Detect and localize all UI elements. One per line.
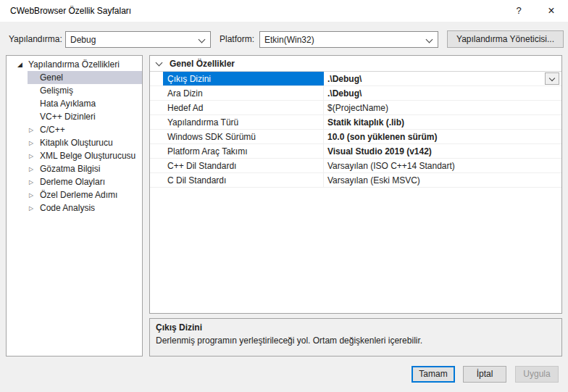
tree-item-geli-mi[interactable]: Gelişmiş: [7, 84, 142, 97]
property-value[interactable]: 10.0 (son yüklenen sürüm): [324, 130, 561, 143]
chevron-down-icon: [549, 75, 555, 81]
row-gutter: [150, 144, 163, 158]
expanded-triangle-icon[interactable]: ◢: [16, 61, 28, 68]
tree-indent: [7, 123, 28, 136]
tree-item-hata-ay-klama[interactable]: Hata Ayıklama: [7, 97, 142, 110]
collapsed-triangle-icon[interactable]: ▷: [28, 153, 40, 159]
tree-item-label: Gelişmiş: [40, 84, 73, 97]
tree-item-label: Derleme Olayları: [40, 175, 105, 188]
collapsed-triangle-icon[interactable]: ▷: [28, 140, 40, 146]
tree-indent: [7, 58, 16, 71]
tree-indent: [7, 71, 28, 84]
tree-item-content: ▷Kitaplık Oluşturucu: [28, 136, 142, 149]
value-dropdown-button[interactable]: [545, 72, 559, 85]
configuration-tree: ◢Yapılandırma ÖzellikleriGenelGelişmişHa…: [6, 55, 143, 356]
property-value[interactable]: .\Debug\: [324, 72, 561, 86]
property-row-ara-dizin[interactable]: Ara Dizin.\Debug\: [150, 86, 561, 101]
tree-item-xml-belge-olu-turucusu[interactable]: ▷XML Belge Oluşturucusu: [7, 149, 142, 162]
property-grid-rows: Çıkış Dizini.\Debug\Ara Dizin.\Debug\Hed…: [150, 72, 561, 188]
collapsed-triangle-icon[interactable]: ▷: [28, 179, 40, 185]
tree-indent: [7, 201, 28, 214]
tree-item-label: Kitaplık Oluşturucu: [40, 136, 113, 149]
collapsed-triangle-icon[interactable]: ▷: [28, 127, 40, 133]
section-header-label: Genel Özellikler: [170, 59, 235, 69]
tree-indent: [7, 136, 28, 149]
configuration-label: Yapılandırma:: [9, 31, 62, 48]
tree-item-content: ◢Yapılandırma Özellikleri: [16, 58, 142, 71]
tree-item-yap-land-rma-zellikleri[interactable]: ◢Yapılandırma Özellikleri: [7, 58, 142, 71]
tree-item-content: ▷Code Analysis: [28, 201, 142, 214]
tree-indent: [7, 110, 28, 123]
tree-item-selected-content: Genel: [28, 71, 142, 84]
property-value[interactable]: Statik kitaplık (.lib): [324, 115, 561, 129]
tree-item-code-analysis[interactable]: ▷Code Analysis: [7, 201, 142, 214]
row-gutter: [150, 130, 163, 143]
description-panel: Çıkış Dizini Derlenmiş programın yerleşt…: [149, 318, 562, 356]
property-grid-section-header[interactable]: Genel Özellikler: [150, 56, 561, 72]
description-text: Derlenmiş programın yerleştirileceği yol…: [156, 335, 554, 346]
property-name: Çıkış Dizini: [163, 72, 324, 86]
window-title: CWebBrowser Özellik Sayfaları: [10, 0, 131, 22]
property-value[interactable]: $(ProjectName): [324, 101, 561, 114]
tree-item-label: Yapılandırma Özellikleri: [28, 58, 120, 71]
tree-item-content: Gelişmiş: [28, 84, 142, 97]
tree-item-vc-dizinleri[interactable]: VC++ Dizinleri: [7, 110, 142, 123]
property-row-platform-ara-tak-m[interactable]: Platform Araç TakımıVisual Studio 2019 (…: [150, 144, 561, 159]
row-gutter: [150, 173, 163, 187]
tree-item-content: ▷XML Belge Oluşturucusu: [28, 149, 142, 162]
property-row-hedef-ad[interactable]: Hedef Ad$(ProjectName): [150, 101, 561, 115]
row-gutter: [150, 101, 163, 114]
close-icon[interactable]: ×: [539, 0, 564, 22]
property-pages-dialog: CWebBrowser Özellik Sayfaları ? × Yapıla…: [0, 0, 568, 392]
configuration-manager-button[interactable]: Yapılandırma Yöneticisi...: [447, 30, 564, 48]
property-value[interactable]: .\Debug\: [324, 86, 561, 100]
chevron-down-icon: [199, 36, 206, 43]
help-icon[interactable]: ?: [506, 0, 531, 22]
tree-item-zel-derleme-ad-m[interactable]: ▷Özel Derleme Adımı: [7, 188, 142, 201]
tree-item-g-zatma-bilgisi[interactable]: ▷Gözatma Bilgisi: [7, 162, 142, 175]
property-row-c-dil-standard[interactable]: C++ Dil StandardıVarsayılan (ISO C++14 S…: [150, 159, 561, 173]
property-name: C Dil Standardı: [163, 173, 324, 187]
tree-item-content: ▷Özel Derleme Adımı: [28, 188, 142, 201]
tree-item-content: ▷Derleme Olayları: [28, 175, 142, 188]
property-value[interactable]: Visual Studio 2019 (v142): [324, 144, 561, 158]
tree-item-content: ▷Gözatma Bilgisi: [28, 162, 142, 175]
apply-button: Uygula: [515, 366, 559, 383]
property-row-c-dil-standard[interactable]: C Dil StandardıVarsayılan (Eski MSVC): [150, 173, 561, 188]
collapsed-triangle-icon[interactable]: ▷: [28, 205, 40, 212]
tree-indent: [7, 149, 28, 162]
row-gutter: [150, 86, 163, 100]
collapsed-triangle-icon[interactable]: ▷: [28, 192, 40, 199]
tree-item-c-c[interactable]: ▷C/C++: [7, 123, 142, 136]
tree-item-kitapl-k-olu-turucu[interactable]: ▷Kitaplık Oluşturucu: [7, 136, 142, 149]
tree-item-label: XML Belge Oluşturucusu: [40, 149, 135, 162]
tree-indent: [7, 175, 28, 188]
tree-item-label: Genel: [40, 71, 63, 84]
property-row-windows-sdk-s-r-m[interactable]: Windows SDK Sürümü10.0 (son yüklenen sür…: [150, 130, 561, 144]
tree-indent: [7, 97, 28, 110]
platform-dropdown-value: Etkin(Win32): [264, 35, 314, 45]
tree-item-content: VC++ Dizinleri: [28, 110, 142, 123]
property-value[interactable]: Varsayılan (ISO C++14 Standart): [324, 159, 561, 172]
property-name: Windows SDK Sürümü: [163, 130, 324, 143]
property-name: Ara Dizin: [163, 86, 324, 100]
platform-dropdown[interactable]: Etkin(Win32): [259, 31, 438, 48]
property-row-yap-land-rma-t-r[interactable]: Yapılandırma TürüStatik kitaplık (.lib): [150, 115, 561, 130]
tree-item-content: Hata Ayıklama: [28, 97, 142, 110]
property-name: Hedef Ad: [163, 101, 324, 114]
row-gutter: [150, 72, 163, 86]
tree-item-derleme-olaylar[interactable]: ▷Derleme Olayları: [7, 175, 142, 188]
tree-indent: [7, 162, 28, 175]
collapsed-triangle-icon[interactable]: ▷: [28, 166, 40, 172]
property-row-k-dizini[interactable]: Çıkış Dizini.\Debug\: [150, 72, 561, 86]
tree-item-genel[interactable]: Genel: [7, 71, 142, 84]
property-name: C++ Dil Standardı: [163, 159, 324, 172]
tree-item-label: Özel Derleme Adımı: [40, 188, 117, 201]
property-grid: Genel Özellikler Çıkış Dizini.\Debug\Ara…: [149, 55, 562, 314]
ok-button[interactable]: Tamam: [412, 366, 455, 383]
tree-indent: [7, 84, 28, 97]
cancel-button[interactable]: İptal: [463, 366, 506, 383]
property-value[interactable]: Varsayılan (Eski MSVC): [324, 173, 561, 187]
configuration-dropdown[interactable]: Debug: [65, 31, 211, 48]
tree-item-label: VC++ Dizinleri: [40, 110, 96, 123]
